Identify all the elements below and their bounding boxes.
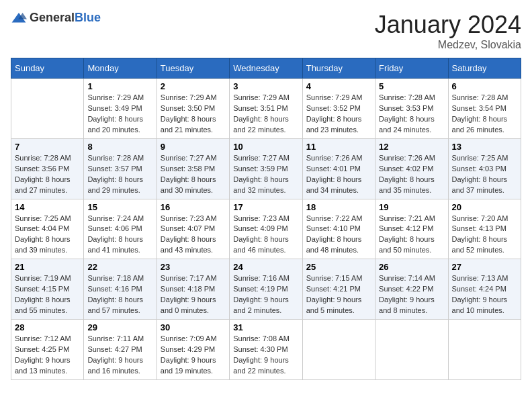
day-detail: Sunrise: 7:19 AM Sunset: 4:15 PM Dayligh… [15, 273, 80, 316]
day-detail: Sunrise: 7:24 AM Sunset: 4:06 PM Dayligh… [87, 214, 152, 257]
header-monday: Monday [84, 58, 157, 79]
day-number: 14 [15, 202, 80, 212]
day-number: 19 [379, 202, 444, 212]
calendar-cell [375, 320, 448, 380]
day-number: 31 [233, 322, 298, 332]
day-detail: Sunrise: 7:23 AM Sunset: 4:07 PM Dayligh… [161, 214, 226, 257]
day-detail: Sunrise: 7:27 AM Sunset: 3:59 PM Dayligh… [233, 153, 298, 196]
month-title: January 2024 [375, 11, 521, 39]
logo-blue-text: Blue [75, 11, 101, 24]
day-number: 12 [379, 142, 444, 152]
calendar-cell: 16Sunrise: 7:23 AM Sunset: 4:07 PM Dayli… [157, 199, 229, 259]
day-detail: Sunrise: 7:15 AM Sunset: 4:21 PM Dayligh… [306, 273, 371, 316]
calendar-cell: 17Sunrise: 7:23 AM Sunset: 4:09 PM Dayli… [230, 199, 302, 259]
logo-general-text: General [30, 11, 75, 24]
week-row-2: 7Sunrise: 7:28 AM Sunset: 3:56 PM Daylig… [11, 138, 521, 199]
day-number: 23 [161, 262, 226, 272]
calendar-cell: 19Sunrise: 7:21 AM Sunset: 4:12 PM Dayli… [375, 199, 448, 259]
calendar-cell [448, 320, 521, 380]
day-number: 6 [452, 81, 517, 91]
calendar-cell: 21Sunrise: 7:19 AM Sunset: 4:15 PM Dayli… [11, 259, 84, 320]
day-detail: Sunrise: 7:29 AM Sunset: 3:52 PM Dayligh… [306, 93, 371, 136]
week-row-3: 14Sunrise: 7:25 AM Sunset: 4:04 PM Dayli… [11, 199, 521, 259]
day-number: 15 [87, 202, 152, 212]
calendar-cell: 30Sunrise: 7:09 AM Sunset: 4:29 PM Dayli… [157, 320, 229, 380]
calendar-cell: 13Sunrise: 7:25 AM Sunset: 4:03 PM Dayli… [448, 138, 521, 199]
calendar-cell: 12Sunrise: 7:26 AM Sunset: 4:02 PM Dayli… [375, 138, 448, 199]
calendar-cell: 3Sunrise: 7:29 AM Sunset: 3:51 PM Daylig… [230, 79, 302, 139]
header-thursday: Thursday [302, 58, 375, 79]
day-number: 24 [233, 262, 298, 272]
day-number: 28 [15, 322, 80, 332]
calendar-cell [11, 79, 84, 139]
calendar-cell: 4Sunrise: 7:29 AM Sunset: 3:52 PM Daylig… [302, 79, 375, 139]
calendar-cell: 14Sunrise: 7:25 AM Sunset: 4:04 PM Dayli… [11, 199, 84, 259]
calendar-cell: 1Sunrise: 7:29 AM Sunset: 3:49 PM Daylig… [84, 79, 157, 139]
day-number: 17 [233, 202, 298, 212]
day-detail: Sunrise: 7:28 AM Sunset: 3:57 PM Dayligh… [87, 153, 152, 196]
day-detail: Sunrise: 7:11 AM Sunset: 4:27 PM Dayligh… [87, 334, 152, 377]
day-detail: Sunrise: 7:29 AM Sunset: 3:51 PM Dayligh… [233, 93, 298, 136]
day-number: 10 [233, 142, 298, 152]
day-number: 5 [379, 81, 444, 91]
day-detail: Sunrise: 7:28 AM Sunset: 3:53 PM Dayligh… [379, 93, 444, 136]
header-wednesday: Wednesday [230, 58, 302, 79]
day-detail: Sunrise: 7:28 AM Sunset: 3:56 PM Dayligh… [15, 153, 80, 196]
day-detail: Sunrise: 7:17 AM Sunset: 4:18 PM Dayligh… [161, 273, 226, 316]
day-detail: Sunrise: 7:14 AM Sunset: 4:22 PM Dayligh… [379, 273, 444, 316]
day-number: 26 [379, 262, 444, 272]
day-number: 8 [87, 142, 152, 152]
calendar-cell [302, 320, 375, 380]
calendar-table: SundayMondayTuesdayWednesdayThursdayFrid… [11, 58, 521, 380]
day-detail: Sunrise: 7:28 AM Sunset: 3:54 PM Dayligh… [452, 93, 517, 136]
day-number: 2 [161, 81, 226, 91]
calendar-cell: 18Sunrise: 7:22 AM Sunset: 4:10 PM Dayli… [302, 199, 375, 259]
day-number: 1 [87, 81, 152, 91]
calendar-cell: 29Sunrise: 7:11 AM Sunset: 4:27 PM Dayli… [84, 320, 157, 380]
day-number: 22 [87, 262, 152, 272]
calendar-cell: 25Sunrise: 7:15 AM Sunset: 4:21 PM Dayli… [302, 259, 375, 320]
day-detail: Sunrise: 7:25 AM Sunset: 4:03 PM Dayligh… [452, 153, 517, 196]
day-number: 13 [452, 142, 517, 152]
day-detail: Sunrise: 7:29 AM Sunset: 3:50 PM Dayligh… [161, 93, 226, 136]
day-number: 4 [306, 81, 371, 91]
calendar-cell: 5Sunrise: 7:28 AM Sunset: 3:53 PM Daylig… [375, 79, 448, 139]
calendar-cell: 24Sunrise: 7:16 AM Sunset: 4:19 PM Dayli… [230, 259, 302, 320]
day-detail: Sunrise: 7:22 AM Sunset: 4:10 PM Dayligh… [306, 214, 371, 257]
week-row-4: 21Sunrise: 7:19 AM Sunset: 4:15 PM Dayli… [11, 259, 521, 320]
weekday-header-row: SundayMondayTuesdayWednesdayThursdayFrid… [11, 58, 521, 79]
calendar-cell: 20Sunrise: 7:20 AM Sunset: 4:13 PM Dayli… [448, 199, 521, 259]
day-number: 16 [161, 202, 226, 212]
calendar-cell: 11Sunrise: 7:26 AM Sunset: 4:01 PM Dayli… [302, 138, 375, 199]
calendar-cell: 31Sunrise: 7:08 AM Sunset: 4:30 PM Dayli… [230, 320, 302, 380]
day-detail: Sunrise: 7:09 AM Sunset: 4:29 PM Dayligh… [161, 334, 226, 377]
day-detail: Sunrise: 7:08 AM Sunset: 4:30 PM Dayligh… [233, 334, 298, 377]
day-detail: Sunrise: 7:16 AM Sunset: 4:19 PM Dayligh… [233, 273, 298, 316]
day-detail: Sunrise: 7:12 AM Sunset: 4:25 PM Dayligh… [15, 334, 80, 377]
day-detail: Sunrise: 7:29 AM Sunset: 3:49 PM Dayligh… [87, 93, 152, 136]
week-row-5: 28Sunrise: 7:12 AM Sunset: 4:25 PM Dayli… [11, 320, 521, 380]
logo: GeneralBlue [11, 11, 101, 25]
day-detail: Sunrise: 7:23 AM Sunset: 4:09 PM Dayligh… [233, 214, 298, 257]
day-detail: Sunrise: 7:13 AM Sunset: 4:24 PM Dayligh… [452, 273, 517, 316]
header-tuesday: Tuesday [157, 58, 229, 79]
calendar-cell: 23Sunrise: 7:17 AM Sunset: 4:18 PM Dayli… [157, 259, 229, 320]
calendar-cell: 28Sunrise: 7:12 AM Sunset: 4:25 PM Dayli… [11, 320, 84, 380]
day-number: 27 [452, 262, 517, 272]
day-number: 20 [452, 202, 517, 212]
week-row-1: 1Sunrise: 7:29 AM Sunset: 3:49 PM Daylig… [11, 79, 521, 139]
calendar-cell: 15Sunrise: 7:24 AM Sunset: 4:06 PM Dayli… [84, 199, 157, 259]
day-detail: Sunrise: 7:26 AM Sunset: 4:02 PM Dayligh… [379, 153, 444, 196]
calendar-cell: 22Sunrise: 7:18 AM Sunset: 4:16 PM Dayli… [84, 259, 157, 320]
day-detail: Sunrise: 7:25 AM Sunset: 4:04 PM Dayligh… [15, 214, 80, 257]
day-number: 18 [306, 202, 371, 212]
calendar-cell: 7Sunrise: 7:28 AM Sunset: 3:56 PM Daylig… [11, 138, 84, 199]
header-friday: Friday [375, 58, 448, 79]
calendar-cell: 6Sunrise: 7:28 AM Sunset: 3:54 PM Daylig… [448, 79, 521, 139]
day-number: 11 [306, 142, 371, 152]
day-detail: Sunrise: 7:21 AM Sunset: 4:12 PM Dayligh… [379, 214, 444, 257]
calendar-cell: 9Sunrise: 7:27 AM Sunset: 3:58 PM Daylig… [157, 138, 229, 199]
day-number: 25 [306, 262, 371, 272]
day-number: 9 [161, 142, 226, 152]
calendar-cell: 2Sunrise: 7:29 AM Sunset: 3:50 PM Daylig… [157, 79, 229, 139]
